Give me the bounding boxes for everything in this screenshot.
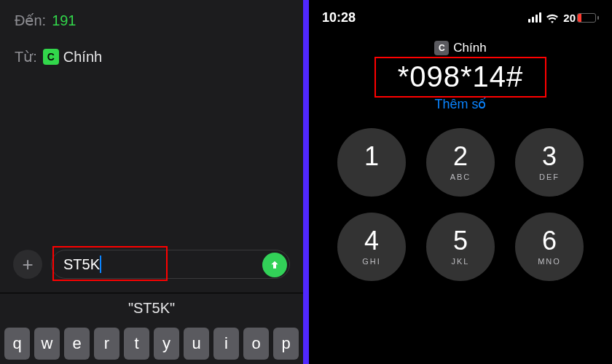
- dialer-header: C Chính *098*14# Thêm số: [309, 41, 612, 112]
- keypad-2[interactable]: 2ABC: [426, 128, 495, 197]
- to-row[interactable]: Đến: 191: [15, 12, 289, 29]
- send-button[interactable]: [262, 253, 287, 277]
- to-value: 191: [52, 12, 76, 29]
- key-e[interactable]: e: [64, 328, 90, 360]
- to-label: Đến:: [15, 12, 46, 29]
- message-header: Đến: 191 Từ: C Chính: [0, 0, 303, 87]
- sim-badge-icon: C: [434, 41, 449, 55]
- key-i[interactable]: i: [213, 328, 239, 360]
- key-u[interactable]: u: [184, 328, 209, 360]
- keypad-4[interactable]: 4GHI: [337, 213, 406, 281]
- keyboard-row: q w e r t y u i o p: [0, 323, 303, 364]
- message-input-text: ST5K: [63, 256, 100, 273]
- sim-label: Chính: [453, 41, 486, 55]
- dialed-number[interactable]: *098*14#: [366, 60, 555, 93]
- keypad-5[interactable]: 5JKL: [426, 213, 495, 281]
- keypad-3[interactable]: 3DEF: [515, 128, 584, 197]
- sim-badge-icon: C: [43, 49, 59, 65]
- key-w[interactable]: w: [34, 328, 60, 360]
- message-input[interactable]: ST5K: [51, 250, 290, 279]
- from-label: Từ:: [15, 48, 37, 66]
- battery-icon: [577, 13, 596, 23]
- from-value: Chính: [63, 49, 102, 66]
- add-number-button[interactable]: Thêm số: [309, 96, 612, 112]
- panel-divider: [303, 0, 309, 364]
- status-right: 20: [528, 12, 599, 24]
- key-o[interactable]: o: [243, 328, 269, 360]
- plus-icon: +: [22, 253, 33, 276]
- suggestion-item[interactable]: "ST5K": [0, 300, 303, 317]
- add-attachment-button[interactable]: +: [13, 250, 42, 279]
- messages-compose-screen: Đến: 191 Từ: C Chính + ST5K: [0, 0, 303, 364]
- keypad-6[interactable]: 6MNO: [515, 213, 584, 281]
- text-caret: [100, 256, 101, 273]
- key-r[interactable]: r: [94, 328, 119, 360]
- arrow-up-icon: [269, 259, 280, 271]
- phone-dialer-screen: 10:28 20 C Chính *098*14#: [309, 0, 612, 364]
- key-y[interactable]: y: [154, 328, 179, 360]
- wifi-icon: [546, 12, 559, 23]
- battery-indicator: 20: [563, 12, 599, 24]
- keyboard-suggestion-bar: "ST5K": [0, 293, 303, 323]
- cellular-signal-icon: [528, 12, 541, 23]
- battery-percent: 20: [563, 12, 576, 24]
- compose-bar: + ST5K: [0, 249, 303, 280]
- from-row[interactable]: Từ: C Chính: [15, 48, 289, 66]
- key-p[interactable]: p: [273, 328, 299, 360]
- key-t[interactable]: t: [124, 328, 149, 360]
- dialer-keypad: 1 2ABC 3DEF 4GHI 5JKL 6MNO: [337, 128, 584, 281]
- suggestion-text: "ST5K": [128, 300, 175, 317]
- keypad-1[interactable]: 1: [337, 128, 406, 197]
- sim-selector[interactable]: C Chính: [434, 41, 486, 55]
- status-time: 10:28: [322, 10, 356, 25]
- key-q[interactable]: q: [4, 328, 30, 360]
- status-bar: 10:28 20: [309, 0, 612, 28]
